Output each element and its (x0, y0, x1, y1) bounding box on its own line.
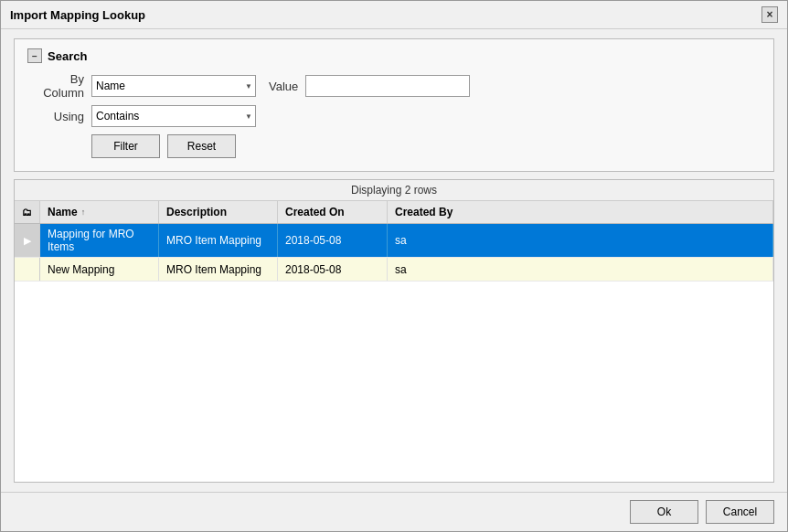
grid-icon: 🗂 (22, 207, 32, 218)
close-icon: × (766, 8, 772, 21)
cell-description: MRO Item Mapping (159, 258, 278, 281)
table-row[interactable]: New Mapping MRO Item Mapping 2018-05-08 … (15, 258, 773, 282)
using-select[interactable]: Contains Starts With Equals (91, 105, 256, 127)
sort-arrow-icon: ↑ (81, 207, 86, 217)
cell-created-by: sa (388, 224, 773, 257)
cell-created-by: sa (388, 258, 773, 281)
value-label: Value (269, 80, 298, 93)
cancel-button[interactable]: Cancel (706, 500, 774, 524)
search-section: − Search By Column Name Description Crea… (14, 38, 774, 172)
cell-created-on: 2018-05-08 (278, 224, 388, 257)
cell-description: MRO Item Mapping (159, 224, 278, 257)
using-row: Using Contains Starts With Equals (27, 105, 761, 127)
section-title: Search (48, 49, 87, 63)
grid-col-created-on[interactable]: Created On (278, 201, 388, 223)
grid-body: ▶ Mapping for MRO Items MRO Item Mapping… (15, 224, 773, 482)
import-mapping-dialog: Import Mapping Lookup × − Search By Colu… (0, 0, 788, 532)
using-select-wrapper: Contains Starts With Equals (91, 105, 256, 127)
grid-col-name[interactable]: Name ↑ (40, 201, 159, 223)
by-column-label: By Column (27, 72, 84, 100)
cell-name: Mapping for MRO Items (40, 224, 159, 257)
grid-status: Displaying 2 rows (15, 180, 773, 201)
title-bar: Import Mapping Lookup × (1, 1, 787, 29)
grid-header: 🗂 Name ↑ Description Created On Created … (15, 201, 773, 224)
collapse-icon: − (32, 51, 37, 61)
grid-section: Displaying 2 rows 🗂 Name ↑ Description C… (14, 179, 774, 483)
by-column-select[interactable]: Name Description Created On Created By (91, 75, 256, 97)
table-row[interactable]: ▶ Mapping for MRO Items MRO Item Mapping… (15, 224, 773, 258)
by-column-row: By Column Name Description Created On Cr… (27, 72, 761, 100)
dialog-footer: Ok Cancel (1, 492, 787, 531)
row-indicator (15, 258, 40, 281)
ok-button[interactable]: Ok (630, 500, 698, 524)
by-column-select-wrapper: Name Description Created On Created By (91, 75, 256, 97)
collapse-button[interactable]: − (27, 48, 42, 63)
reset-button[interactable]: Reset (167, 134, 236, 158)
dialog-title: Import Mapping Lookup (10, 8, 145, 22)
grid-header-indicator: 🗂 (15, 201, 40, 223)
button-row: Filter Reset (27, 134, 761, 158)
close-button[interactable]: × (761, 6, 778, 23)
section-header: − Search (27, 48, 761, 63)
value-input[interactable] (305, 75, 470, 97)
cell-name: New Mapping (40, 258, 159, 281)
using-label: Using (27, 110, 84, 123)
grid-col-description[interactable]: Description (159, 201, 278, 223)
grid-col-created-by[interactable]: Created By (388, 201, 773, 223)
row-indicator: ▶ (15, 224, 40, 257)
dialog-content: − Search By Column Name Description Crea… (1, 29, 787, 492)
filter-button[interactable]: Filter (91, 134, 160, 158)
cell-created-on: 2018-05-08 (278, 258, 388, 281)
